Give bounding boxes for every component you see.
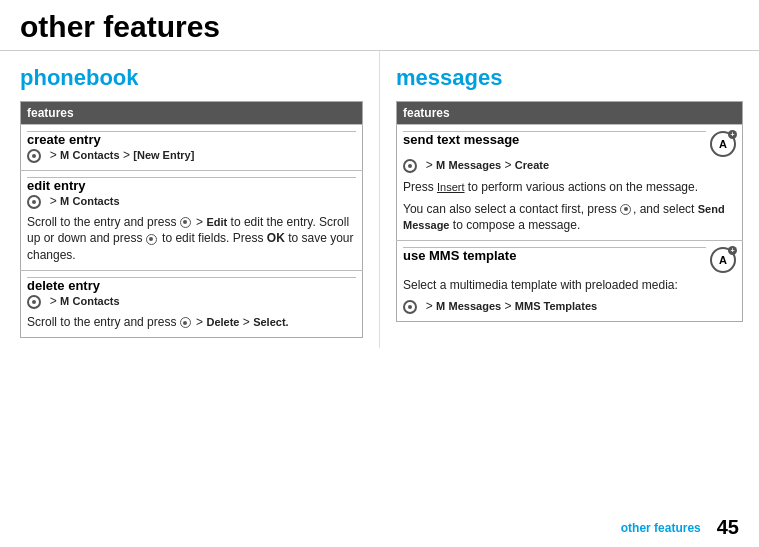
nav-bullet-icon-7 xyxy=(403,159,417,173)
nav-bullet-icon-2 xyxy=(27,195,41,209)
phonebook-heading: phonebook xyxy=(20,65,363,91)
table-row: create entry > M Contacts > [New Entry] xyxy=(21,125,363,171)
content-area: phonebook features create entry > M Cont… xyxy=(0,51,759,348)
messages-heading: messages xyxy=(396,65,743,91)
send-text-desc1: Press Insert to perform various actions … xyxy=(403,179,736,196)
page-number: 45 xyxy=(717,516,739,539)
messages-label-2: Messages xyxy=(449,300,502,312)
create-entry-nav: > M Contacts > [New Entry] xyxy=(27,147,356,164)
send-text-label: send text message xyxy=(403,131,706,147)
create-entry-label: create entry xyxy=(27,131,356,147)
messages-table: features send text message A + xyxy=(396,101,743,322)
table-header-row-right: features xyxy=(397,102,743,125)
edit-key: Edit xyxy=(206,216,227,228)
nav-bullet-icon-6 xyxy=(180,317,191,328)
delete-entry-nav: > M Contacts xyxy=(27,293,356,310)
delete-entry-description: Scroll to the entry and press > Delete >… xyxy=(27,314,356,331)
table-row: send text message A + > M Messages > Cre… xyxy=(397,125,743,241)
mms-icon-1: A + xyxy=(710,131,736,157)
footer-section-label: other features xyxy=(621,521,701,535)
send-text-nav: > M Messages > Create xyxy=(403,157,736,174)
nav-bullet-icon-4 xyxy=(146,234,157,245)
table-row: use MMS template A + Select a multimedia… xyxy=(397,241,743,322)
messages-section: messages features send text message A xyxy=(380,51,759,348)
phonebook-section: phonebook features create entry > M Cont… xyxy=(0,51,380,348)
nav-bullet-icon-9 xyxy=(403,300,417,314)
icon-badge-1: + xyxy=(728,130,737,139)
messages-table-header: features xyxy=(397,102,743,125)
nav-bullet-icon xyxy=(27,149,41,163)
nav-bullet-icon-3 xyxy=(180,217,191,228)
messages-icon-2: M xyxy=(436,300,445,312)
contacts-icon-1: M xyxy=(60,149,69,161)
edit-entry-description: Scroll to the entry and press > Edit to … xyxy=(27,214,356,264)
phonebook-table: features create entry > M Contacts > [Ne… xyxy=(20,101,363,338)
select-key: Select. xyxy=(253,316,288,328)
contacts-icon-2: M xyxy=(60,195,69,207)
contacts-label-1: Contacts xyxy=(73,149,120,161)
new-entry-label: [New Entry] xyxy=(133,149,194,161)
send-message-key: Send Message xyxy=(403,203,725,232)
nav-bullet-icon-5 xyxy=(27,295,41,309)
ok-key: OK xyxy=(267,231,285,245)
table-row: delete entry > M Contacts Scroll to the … xyxy=(21,270,363,337)
contacts-label-3: Contacts xyxy=(73,295,120,307)
nav-bullet-icon-8 xyxy=(620,204,631,215)
delete-entry-label: delete entry xyxy=(27,277,356,293)
messages-icon-1: M xyxy=(436,159,445,171)
phonebook-table-header: features xyxy=(21,102,363,125)
contacts-icon-3: M xyxy=(60,295,69,307)
mms-template-label: use MMS template xyxy=(403,247,706,263)
mms-icon-2: A + xyxy=(710,247,736,273)
icon-badge-2: + xyxy=(728,246,737,255)
messages-label-1: Messages xyxy=(449,159,502,171)
contacts-label-2: Contacts xyxy=(73,195,120,207)
mms-template-desc: Select a multimedia template with preloa… xyxy=(403,277,736,294)
edit-entry-nav: > M Contacts xyxy=(27,193,356,210)
delete-key: Delete xyxy=(206,316,239,328)
send-text-desc2: You can also select a contact first, pre… xyxy=(403,201,736,235)
create-label: Create xyxy=(515,159,549,171)
mms-templates-label: MMS Templates xyxy=(515,300,597,312)
mms-template-nav: > M Messages > MMS Templates xyxy=(403,298,736,315)
page-title: other features xyxy=(0,0,759,51)
edit-entry-label: edit entry xyxy=(27,177,356,193)
insert-key: Insert xyxy=(437,181,465,193)
table-header-row: features xyxy=(21,102,363,125)
page-footer: other features 45 xyxy=(621,516,739,539)
table-row: edit entry > M Contacts Scroll to the en… xyxy=(21,170,363,270)
